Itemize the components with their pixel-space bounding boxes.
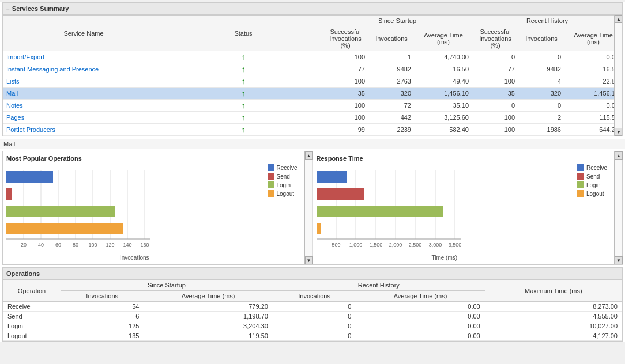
response-time-chart: 500 1,000 1,500 2,000 2,500 3,000 3,500 xyxy=(317,164,501,253)
op-ss-inv-cell: 125 xyxy=(61,321,144,331)
service-status-cell: ↑ xyxy=(164,124,322,136)
op-ss-avg-cell: 3,204.30 xyxy=(144,321,272,331)
ss-avg-cell: 16.50 xyxy=(415,63,472,75)
op-col-ss-avg: Average Time (ms) xyxy=(144,291,272,302)
rh-inv-cell: 1986 xyxy=(518,124,564,136)
service-name-cell[interactable]: Mail xyxy=(3,88,164,100)
svg-text:3,000: 3,000 xyxy=(428,242,442,248)
chart1-scroll-up[interactable]: ▲ xyxy=(305,151,313,160)
ss-avg-cell: 49.40 xyxy=(415,75,472,88)
rt-legend-label-receive: Receive xyxy=(586,165,607,171)
bar-logout xyxy=(6,223,123,234)
rh-avg-cell: 0.00 xyxy=(564,51,622,63)
op-ss-avg-cell: 1,198.70 xyxy=(144,312,272,321)
services-table-row[interactable]: Portlet Producers ↑ 99 2239 582.40 100 1… xyxy=(3,124,622,136)
services-table-row[interactable]: Notes ↑ 100 72 35.10 0 0 0.00 xyxy=(3,100,622,112)
ss-pct-cell: 99 xyxy=(322,124,368,136)
collapse-icon[interactable]: − xyxy=(6,6,10,12)
service-name-cell[interactable]: Portlet Producers xyxy=(3,124,164,136)
most-popular-x-label: Invocations xyxy=(6,255,263,261)
scroll-down-btn[interactable]: ▼ xyxy=(615,128,622,136)
response-time-title: Response Time xyxy=(317,155,619,162)
rh-pct-cell: 0 xyxy=(472,51,518,63)
operations-table-row: Receive 54 779.20 0 0.00 8,273.00 xyxy=(3,302,622,312)
rh-avg-cell: 0.00 xyxy=(564,100,622,112)
rt-legend-label-send: Send xyxy=(586,173,600,180)
charts-row: Most Popular Operations xyxy=(2,151,623,265)
op-max-time-cell: 4,127.00 xyxy=(485,331,622,341)
op-ss-inv-cell: 135 xyxy=(61,331,144,341)
svg-text:3,500: 3,500 xyxy=(448,242,461,248)
col-header-status: Status xyxy=(164,16,322,51)
response-legend: Receive Send Login Logout xyxy=(573,164,619,199)
response-time-panel: Response Time xyxy=(313,151,623,264)
col-group-recent-history: Recent History xyxy=(472,16,622,26)
service-name-cell[interactable]: Import/Export xyxy=(3,51,164,63)
op-col-operation: Operation xyxy=(3,280,61,302)
service-name-cell[interactable]: Instant Messaging and Presence xyxy=(3,63,164,75)
op-ss-inv-cell: 54 xyxy=(61,302,144,312)
services-table-row[interactable]: Import/Export ↑ 100 1 4,740.00 0 0 0.00 xyxy=(3,51,622,63)
chart1-scrollbar[interactable]: ▲ ▼ xyxy=(304,151,312,264)
operations-header: Operations xyxy=(3,268,622,280)
op-name-cell: Logout xyxy=(3,331,61,341)
rh-pct-cell: 77 xyxy=(472,63,518,75)
rh-avg-cell: 115.50 xyxy=(564,112,622,124)
operations-panel: Operations Operation Since Startup Recen… xyxy=(2,267,623,342)
most-popular-panel: Most Popular Operations xyxy=(3,151,313,264)
op-rh-avg-cell: 0.00 xyxy=(356,321,484,331)
service-name-cell[interactable]: Notes xyxy=(3,100,164,112)
operations-table-row: Send 6 1,198.70 0 0.00 4,555.00 xyxy=(3,312,622,321)
ss-pct-cell: 100 xyxy=(322,51,368,63)
service-name-cell[interactable]: Pages xyxy=(3,112,164,124)
ss-avg-cell: 1,456.10 xyxy=(415,88,472,100)
svg-text:40: 40 xyxy=(38,242,44,248)
col-header-rh-avg: Average Time (ms) xyxy=(564,26,622,51)
rh-pct-cell: 0 xyxy=(472,100,518,112)
ss-pct-cell: 100 xyxy=(322,100,368,112)
op-name-cell: Receive xyxy=(3,302,61,312)
op-rh-avg-cell: 0.00 xyxy=(356,312,484,321)
service-name-cell[interactable]: Lists xyxy=(3,75,164,88)
services-table-row[interactable]: Instant Messaging and Presence ↑ 77 9482… xyxy=(3,63,622,75)
legend-receive: Receive xyxy=(268,164,309,171)
rh-inv-cell: 0 xyxy=(518,100,564,112)
rt-legend-login: Login xyxy=(577,181,619,188)
operations-table: Operation Since Startup Recent History M… xyxy=(3,280,622,341)
services-scrollbar[interactable]: ▲ ▼ xyxy=(614,15,622,136)
rt-bar-send xyxy=(317,188,364,200)
rt-legend-send: Send xyxy=(577,173,619,180)
service-status-cell: ↑ xyxy=(164,75,322,88)
services-table-row[interactable]: Mail ↑ 35 320 1,456.10 35 320 1,456.10 xyxy=(3,88,622,100)
rt-legend-color-login xyxy=(577,181,584,188)
col-header-ss-avg: Average Time (ms) xyxy=(415,26,472,51)
svg-text:160: 160 xyxy=(140,242,149,248)
services-summary-header: − Services Summary xyxy=(3,3,622,15)
chart1-scroll-down[interactable]: ▼ xyxy=(305,256,313,264)
services-table-row[interactable]: Pages ↑ 100 442 3,125.60 100 2 115.50 xyxy=(3,112,622,124)
col-header-rh-pct: Successful Invocations (%) xyxy=(472,26,518,51)
chart2-scroll-down[interactable]: ▼ xyxy=(615,256,623,264)
rt-legend-label-login: Login xyxy=(586,182,600,188)
legend-color-logout xyxy=(268,190,274,197)
bar-send xyxy=(6,188,12,200)
service-status-cell: ↑ xyxy=(164,88,322,100)
op-col-max-time: Maximum Time (ms) xyxy=(485,280,622,302)
scroll-up-btn[interactable]: ▲ xyxy=(615,15,622,23)
rh-pct-cell: 35 xyxy=(472,88,518,100)
op-max-time-cell: 4,555.00 xyxy=(485,312,622,321)
chart2-scrollbar[interactable]: ▲ ▼ xyxy=(614,151,622,264)
services-table-row[interactable]: Lists ↑ 100 2763 49.40 100 4 22.80 xyxy=(3,75,622,88)
col-header-ss-pct: Successful Invocations (%) xyxy=(322,26,368,51)
rt-bar-login xyxy=(317,206,443,217)
rt-bar-logout xyxy=(317,223,321,234)
legend-color-login xyxy=(268,181,274,188)
ss-inv-cell: 2239 xyxy=(368,124,415,136)
op-col-rh-avg: Average Time (ms) xyxy=(356,291,484,302)
rt-legend-receive: Receive xyxy=(577,164,619,171)
legend-label-logout: Logout xyxy=(277,191,295,197)
op-name-cell: Login xyxy=(3,321,61,331)
chart2-scroll-up[interactable]: ▲ xyxy=(615,151,623,160)
op-max-time-cell: 8,273.00 xyxy=(485,302,622,312)
legend-login: Login xyxy=(268,181,309,188)
